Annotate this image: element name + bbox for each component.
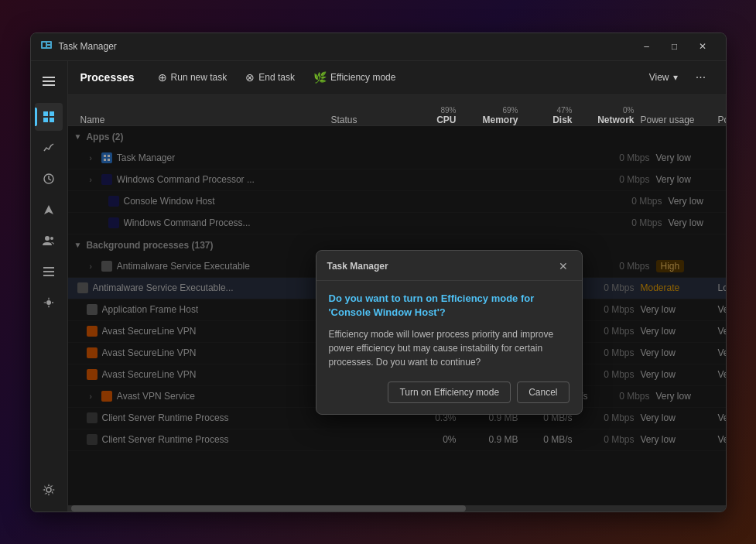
svg-rect-10 <box>50 118 54 122</box>
proc-icon <box>87 347 97 358</box>
minimize-button[interactable]: – <box>633 35 661 58</box>
turn-on-efficiency-button[interactable]: Turn on Efficiency mode <box>388 381 511 403</box>
close-button[interactable]: ✕ <box>689 35 717 58</box>
svg-rect-21 <box>104 159 106 161</box>
col-mem-header[interactable]: 69% Memory <box>463 106 525 125</box>
service-icon <box>77 282 88 293</box>
efficiency-mode-button[interactable]: 🌿 Efficiency mode <box>306 68 404 87</box>
expand-icon: › <box>90 176 92 184</box>
process-list[interactable]: ▼ Apps (2) › Task Manager <box>68 126 726 505</box>
end-task-button[interactable]: ⊗ End task <box>238 68 303 87</box>
proc-power: Very low <box>641 412 718 423</box>
table-row[interactable]: › Task Manager 0 Mbps V <box>68 148 726 169</box>
table-row[interactable]: Client Server Runtime Process 0% 0.9 MB … <box>68 429 726 451</box>
run-task-button[interactable]: ⊕ Run new task <box>150 68 235 87</box>
proc-net: 0 Mbps <box>594 152 656 163</box>
proc-power2: Very <box>718 304 726 315</box>
proc-name-cell: Application Frame Host <box>68 304 331 315</box>
bg-group-label: Background processes (137) <box>86 240 213 251</box>
view-button[interactable]: View ▾ <box>641 69 686 86</box>
proc-power2: Very <box>718 347 726 358</box>
run-task-label: Run new task <box>171 72 227 83</box>
view-label: View <box>649 72 669 83</box>
proc-power: Very low <box>641 304 718 315</box>
col-net-header[interactable]: 0% Network <box>579 106 641 125</box>
proc-icon <box>101 391 112 402</box>
svg-rect-9 <box>43 118 48 122</box>
proc-name: Avast VPN Service <box>117 391 195 402</box>
table-row[interactable]: Console Window Host 0 Mbps Very low Very <box>68 191 726 213</box>
proc-mem: 0.9 MB <box>463 434 525 445</box>
apps-group-header[interactable]: ▼ Apps (2) <box>68 126 726 148</box>
col-power-header[interactable]: Power usage <box>641 115 718 125</box>
sidebar-item-history[interactable] <box>35 165 63 193</box>
efficiency-mode-dialog: Task Manager ✕ Do you want to turn on Ef… <box>316 250 583 415</box>
efficiency-icon: 🌿 <box>313 71 327 84</box>
main-toolbar: Processes ⊕ Run new task ⊗ End task 🌿 Ef… <box>68 61 726 95</box>
proc-name: Avast SecureLine VPN <box>102 326 197 337</box>
proc-net: 0 Mbps <box>607 217 669 228</box>
scrollbar-thumb[interactable] <box>71 505 466 511</box>
end-task-label: End task <box>258 72 295 83</box>
dialog-close-button[interactable]: ✕ <box>556 258 571 274</box>
table-header-row: Name Status 89% CPU 69% Memory 47% Disk <box>68 95 726 126</box>
dialog-buttons: Turn on Efficiency mode Cancel <box>329 381 570 403</box>
proc-net: 0 Mbps <box>607 196 669 207</box>
proc-power: Very low <box>641 326 718 337</box>
proc-net: 0 Mbps <box>579 326 641 337</box>
avast-icon <box>87 369 97 380</box>
col-name-header[interactable]: Name <box>68 115 331 125</box>
active-indicator <box>35 108 37 126</box>
proc-net: 0 Mbps <box>579 369 641 380</box>
proc-power: High <box>656 261 726 272</box>
col-power2-header[interactable]: Power <box>718 115 726 125</box>
proc-name-cell: › Avast VPN Service <box>84 391 347 402</box>
table-row[interactable]: › Windows Command Processor ... 0 Mbps V… <box>68 169 726 191</box>
sidebar-item-settings[interactable] <box>35 476 63 504</box>
svg-rect-3 <box>47 46 50 47</box>
proc-name: Avast SecureLine VPN <box>102 369 197 380</box>
sidebar-bottom <box>35 474 63 505</box>
cancel-button[interactable]: Cancel <box>517 381 569 403</box>
window-title: Task Manager <box>59 41 633 52</box>
proc-net: 0 Mbps <box>594 174 656 185</box>
proc-icon <box>87 412 97 423</box>
proc-icon <box>77 282 88 293</box>
maximize-button[interactable]: □ <box>661 35 689 58</box>
content-area: Processes ⊕ Run new task ⊗ End task 🌿 Ef… <box>68 61 726 511</box>
horizontal-scrollbar[interactable] <box>68 505 726 511</box>
sidebar-item-startup[interactable] <box>35 196 63 224</box>
table-row[interactable]: Windows Command Process... 0 Mbps Very l… <box>68 213 726 234</box>
proc-cpu: 0% <box>401 434 463 445</box>
svg-rect-14 <box>43 267 54 269</box>
proc-net: 0 Mbps <box>579 304 641 315</box>
col-status-header[interactable]: Status <box>331 115 401 125</box>
proc-name: Console Window Host <box>124 196 215 207</box>
cmd-icon <box>101 174 112 185</box>
dialog-question: Do you want to turn on Efficiency mode f… <box>329 292 570 320</box>
col-cpu-header[interactable]: 89% CPU <box>401 106 463 125</box>
svg-rect-1 <box>43 43 46 47</box>
svg-rect-22 <box>108 159 110 161</box>
sidebar-item-details[interactable] <box>35 258 63 286</box>
proc-name: Windows Command Process... <box>124 217 251 228</box>
svg-rect-4 <box>43 77 55 78</box>
sidebar-item-services[interactable] <box>35 289 63 316</box>
sidebar-item-processes[interactable] <box>35 103 63 131</box>
end-task-icon: ⊗ <box>245 71 255 84</box>
sidebar-item-performance[interactable] <box>35 134 63 162</box>
proc-power: Very low <box>641 369 718 380</box>
svg-point-18 <box>46 488 51 492</box>
sidebar-item-users[interactable] <box>35 227 63 255</box>
col-disk-header[interactable]: 47% Disk <box>525 106 579 125</box>
proc-icon <box>87 434 97 445</box>
task-manager-window: Task Manager – □ ✕ <box>30 33 727 512</box>
efficiency-label: Efficiency mode <box>330 72 396 83</box>
proc-name-cell: Windows Command Process... <box>96 217 359 228</box>
avast-icon <box>87 347 97 358</box>
proc-power: Very low <box>656 174 726 185</box>
more-options-button[interactable]: ··· <box>689 65 713 90</box>
proc-name: Task Manager <box>117 152 175 163</box>
proc-icon <box>108 217 119 228</box>
sidebar-menu-button[interactable] <box>35 67 63 95</box>
